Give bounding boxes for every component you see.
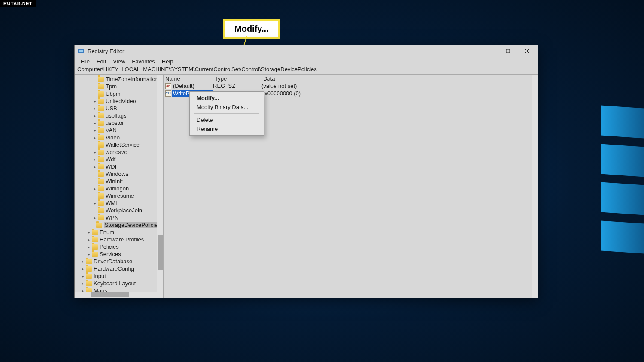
tree-item[interactable]: ▸VAN [75,127,163,134]
folder-icon [98,201,104,206]
titlebar[interactable]: Registry Editor [75,45,538,57]
tree-item-label: WalletService [106,142,140,148]
chevron-right-icon[interactable]: ▸ [93,216,97,220]
chevron-right-icon[interactable]: ▸ [93,157,97,162]
tree-item[interactable]: ▸WPN [75,214,163,221]
tree-item[interactable]: ▸UnitedVideo [75,97,163,105]
tree-horizontal-scrollbar[interactable] [75,292,157,298]
tree-item-label: wcncsvc [106,149,127,155]
svg-rect-3 [81,50,83,51]
tree-item[interactable]: ▸Enum [75,229,163,236]
tree-item-label: usbflags [106,112,126,119]
tree-item[interactable]: Winresume [75,192,163,199]
chevron-right-icon[interactable]: ▸ [81,259,85,264]
tree-item[interactable]: ▸Keyboard Layout [75,280,163,287]
folder-icon [92,252,98,257]
binary-value-icon: 011 [165,90,171,97]
minimize-button[interactable] [480,45,498,57]
folder-icon [98,121,104,126]
chevron-right-icon[interactable]: ▸ [87,238,91,242]
tree-item-label: Wdf [106,156,115,163]
tree-item-label: VAN [106,127,117,133]
chevron-right-icon[interactable]: ▸ [93,128,97,133]
folder-icon [98,84,104,89]
tree-item[interactable]: ▸WDI [75,163,163,170]
folder-icon [92,244,98,250]
tree-item-label: WorkplaceJoin [106,207,142,214]
tree-item[interactable]: WinInit [75,178,163,185]
tree-item[interactable]: ▸Input [75,272,163,280]
value-row[interactable]: ab(Default)REG_SZ(value not set) [164,82,538,90]
tree-item[interactable]: ▸Wdf [75,156,163,163]
menu-help[interactable]: Help [158,57,177,66]
tree-item[interactable]: TimeZoneInformation [75,75,163,83]
tree-item[interactable]: ▸Video [75,134,163,141]
tree-vertical-scrollbar[interactable] [157,75,163,298]
tree-item[interactable]: WorkplaceJoin [75,207,163,214]
chevron-right-icon[interactable]: ▸ [93,99,97,103]
address-bar[interactable]: Computer\HKEY_LOCAL_MACHINE\SYSTEM\Curre… [75,66,538,74]
menu-file[interactable]: File [77,57,93,66]
tree-item[interactable]: ▸Winlogon [75,185,163,192]
tree-item[interactable]: Ubpm [75,90,163,97]
folder-icon [98,208,104,213]
tree-item[interactable]: Tpm [75,83,163,90]
column-name[interactable]: Name [164,75,213,82]
folder-icon [86,274,92,279]
tree-item-label: WMI [106,200,117,206]
tree-item-label: WPN [106,214,118,221]
tree-item[interactable]: ▸Services [75,250,163,258]
chevron-right-icon[interactable]: ▸ [93,136,97,140]
close-button[interactable] [517,45,536,57]
chevron-right-icon[interactable]: ▸ [93,150,97,154]
tree-item-label: Enum [100,229,114,235]
context-menu-delete[interactable]: Delete [191,115,263,124]
folder-icon [98,99,104,104]
tree-item-label: Winresume [106,193,134,199]
values-vertical-scrollbar[interactable] [532,75,538,298]
chevron-right-icon[interactable]: ▸ [93,165,97,169]
tree-item[interactable]: ▸usbstor [75,119,163,127]
tree-item[interactable]: ▸DriverDatabase [75,258,163,265]
tree-item[interactable]: StorageDevicePolicies [75,221,163,229]
tree-item-label: USB [106,105,117,112]
chevron-right-icon[interactable]: ▸ [93,114,97,118]
values-pane: Name Type Data ab(Default)REG_SZ(value n… [164,75,538,298]
maximize-button[interactable] [498,45,517,57]
chevron-right-icon[interactable]: ▸ [87,230,91,235]
folder-icon [92,237,98,242]
menu-favorites[interactable]: Favorites [128,57,158,66]
menu-edit[interactable]: Edit [93,57,109,66]
tree-item[interactable]: Windows [75,170,163,178]
tree-item[interactable]: ▸Policies [75,243,163,250]
tree-item[interactable]: ▸WMI [75,199,163,207]
tree-item[interactable]: ▸HardwareConfig [75,265,163,272]
chevron-right-icon[interactable]: ▸ [93,121,97,125]
value-data: 0x00000000 (0) [261,90,538,97]
chevron-right-icon[interactable]: ▸ [81,267,85,271]
tree-item[interactable]: WalletService [75,141,163,148]
tree-item[interactable]: ▸Hardware Profiles [75,236,163,243]
tree-pane: TimeZoneInformationTpmUbpm▸UnitedVideo▸U… [75,75,164,298]
svg-rect-5 [81,51,83,52]
svg-rect-7 [506,49,510,53]
values-column-headers[interactable]: Name Type Data [164,75,538,82]
menu-view[interactable]: View [109,57,128,66]
tree-item[interactable]: ▸USB [75,105,163,112]
context-menu-rename[interactable]: Rename [191,124,263,133]
chevron-right-icon[interactable]: ▸ [81,281,85,286]
value-type: REG_SZ [213,83,261,89]
chevron-right-icon[interactable]: ▸ [87,252,91,256]
chevron-right-icon[interactable]: ▸ [93,106,97,111]
chevron-right-icon[interactable]: ▸ [87,245,91,249]
context-menu-modify[interactable]: Modify... [191,94,263,103]
chevron-right-icon[interactable]: ▸ [93,201,97,205]
context-menu-modify-binary[interactable]: Modify Binary Data... [191,103,263,112]
value-name: (Default) [172,83,213,89]
column-type[interactable]: Type [213,75,261,82]
chevron-right-icon[interactable]: ▸ [93,187,97,191]
tree-item[interactable]: ▸wcncsvc [75,148,163,156]
column-data[interactable]: Data [261,75,538,82]
chevron-right-icon[interactable]: ▸ [81,274,85,278]
tree-item[interactable]: ▸usbflags [75,112,163,119]
